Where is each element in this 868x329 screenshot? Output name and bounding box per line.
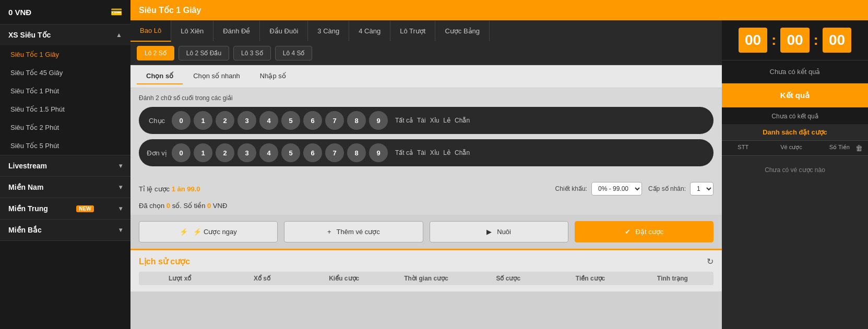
donvi-2[interactable]: 2 (216, 143, 234, 162)
dat-cuoc-button[interactable]: ✔ Đặt cược (575, 221, 714, 242)
sidebar-item-sieu-toc-1s[interactable]: Siêu Tốc 1 Giây (0, 45, 130, 64)
odds-info: Tỉ lệ cược 1 ăn 99.0 (139, 185, 200, 193)
tab-cuoc-bang[interactable]: Cược Bảng (435, 21, 490, 41)
chuc-2[interactable]: 2 (216, 111, 234, 130)
history-col-tgc: Thời gian cược (385, 275, 467, 282)
bet-list: Danh sách đặt cược STT Vé cược Số Tiền 🗑… (722, 124, 868, 329)
main-panel: Siêu Tốc 1 Giây Bao Lô Lô Xiên Đánh Đề Đ… (130, 0, 868, 329)
game-tabs: Bao Lô Lô Xiên Đánh Đề Đầu Đuôi 3 Càng 4… (130, 20, 722, 42)
tab-danh-de[interactable]: Đánh Đề (213, 21, 260, 41)
sidebar: 0 VNĐ 💳 XS Siêu Tốc ▲ Siêu Tốc 1 Giây Si… (0, 0, 130, 329)
chevron-down-icon2: ▾ (119, 184, 122, 191)
history-col-kieu-cuoc: Kiểu cược (303, 275, 385, 282)
donvi-9[interactable]: 9 (369, 143, 388, 162)
result-area: Chưa có kết quả (722, 60, 868, 83)
tab-4-cang[interactable]: 4 Càng (349, 21, 390, 41)
donvi-8[interactable]: 8 (347, 143, 366, 162)
modetab-nhap-so[interactable]: Nhập số (251, 68, 295, 84)
cap-so-nhan-label: Cấp số nhân: (648, 185, 686, 192)
mien-bac-section: Miền Bắc ▾ (0, 220, 130, 241)
mien-nam-label: Miền Nam (8, 183, 43, 191)
cap-so-nhan-select[interactable]: 1 (690, 182, 714, 196)
chuc-8[interactable]: 8 (347, 111, 366, 130)
chuc-chan[interactable]: Chẵn (455, 117, 470, 124)
history-section: Lịch sử cược ↻ Lượt xổ Xổ số Kiểu cược T… (130, 249, 722, 291)
them-ve-cuoc-button[interactable]: + Thêm vé cược (284, 221, 423, 242)
chuc-xiu[interactable]: Xỉu (430, 117, 439, 124)
check-icon: ✔ (625, 228, 631, 236)
colon-1: : (771, 32, 776, 48)
chuc-6[interactable]: 6 (303, 111, 322, 130)
sidebar-item-sieu-toc-1p[interactable]: Siêu Tốc 1 Phút (0, 82, 130, 100)
modetab-chon-so[interactable]: Chọn số (137, 68, 183, 84)
chuc-tai[interactable]: Tài (417, 117, 426, 124)
chevron-up-icon: ▲ (116, 31, 122, 39)
sidebar-item-sieu-toc-15p[interactable]: Siêu Tốc 1.5 Phút (0, 100, 130, 118)
history-col-so-cuoc: Số cược (467, 275, 549, 282)
topbar: Siêu Tốc 1 Giây (130, 0, 868, 20)
nuoi-button[interactable]: ▶ Nuôi (430, 221, 568, 242)
result-button[interactable]: Kết quả (722, 83, 868, 107)
chuc-4[interactable]: 4 (259, 111, 278, 130)
xs-sieu-toc-toggle[interactable]: XS Siêu Tốc ▲ (0, 25, 130, 45)
bet-list-header: Danh sách đặt cược (722, 124, 868, 141)
timer-minutes: 00 (780, 28, 809, 53)
lightning-icon: ⚡ (180, 228, 188, 236)
donvi-1[interactable]: 1 (194, 143, 212, 162)
subtab-lo3so[interactable]: Lô 3 Số (233, 46, 271, 60)
cuoc-ngay-button[interactable]: ⚡ ⚡ Cược ngay (139, 221, 278, 242)
modetab-chon-so-nhanh[interactable]: Chọn số nhanh (184, 68, 249, 84)
donvi-le[interactable]: Lẻ (443, 149, 450, 156)
subtabs-bar: Lô 2 Số Lô 2 Số Đầu Lô 3 Số Lô 4 Số (130, 42, 722, 65)
history-col-xo-so: Xổ số (221, 275, 303, 282)
tab-lo-truot[interactable]: Lô Trượt (390, 21, 435, 41)
chuc-3[interactable]: 3 (237, 111, 256, 130)
subtab-lo2so[interactable]: Lô 2 Số (137, 46, 174, 60)
donvi-quick-btns: Tất cả Tài Xỉu Lẻ Chẵn (395, 149, 470, 156)
chiet-khau-select[interactable]: 0% - 99.00 (591, 182, 642, 196)
refresh-icon[interactable]: ↻ (707, 257, 714, 266)
sidebar-item-sieu-toc-45s[interactable]: Siêu Tốc 45 Giây (0, 64, 130, 82)
chuc-5[interactable]: 5 (281, 111, 300, 130)
subtab-lo4so[interactable]: Lô 4 Số (275, 46, 313, 60)
chiet-khau-label: Chiết khấu: (555, 185, 587, 192)
modetabs-bar: Chọn số Chọn số nhanh Nhập số (130, 65, 722, 88)
sidebar-item-sieu-toc-5p[interactable]: Siêu Tốc 5 Phút (0, 137, 130, 155)
donvi-4[interactable]: 4 (259, 143, 278, 162)
tab-bao-lo[interactable]: Bao Lô (130, 20, 171, 42)
donvi-chan[interactable]: Chẵn (455, 149, 470, 156)
chuc-0[interactable]: 0 (172, 111, 191, 130)
donvi-7[interactable]: 7 (325, 143, 344, 162)
donvi-xiu[interactable]: Xỉu (430, 149, 439, 156)
mien-bac-toggle[interactable]: Miền Bắc ▾ (0, 220, 130, 240)
subtab-lo2so-dau[interactable]: Lô 2 Số Đầu (179, 46, 229, 60)
donvi-3[interactable]: 3 (237, 143, 256, 162)
donvi-tai[interactable]: Tài (417, 149, 426, 156)
mien-nam-toggle[interactable]: Miền Nam ▾ (0, 177, 130, 198)
sidebar-item-sieu-toc-2p[interactable]: Siêu Tốc 2 Phút (0, 118, 130, 137)
mien-trung-toggle[interactable]: Miền Trung NEW ▾ (0, 198, 130, 219)
livestream-section: Livestream ▾ (0, 155, 130, 177)
chuc-7[interactable]: 7 (325, 111, 344, 130)
donvi-6[interactable]: 6 (303, 143, 322, 162)
chuc-le[interactable]: Lẻ (443, 117, 450, 124)
mien-trung-section: Miền Trung NEW ▾ (0, 198, 130, 220)
livestream-toggle[interactable]: Livestream ▾ (0, 155, 130, 176)
history-table-header: Lượt xổ Xổ số Kiểu cược Thời gian cược S… (139, 272, 714, 285)
chuc-9[interactable]: 9 (369, 111, 388, 130)
trash-icon[interactable]: 🗑 (855, 144, 863, 152)
donvi-0[interactable]: 0 (172, 143, 191, 162)
tab-3-cang[interactable]: 3 Càng (308, 21, 349, 41)
donvi-tat-ca[interactable]: Tất cả (395, 149, 413, 156)
timer-box: 00 : 00 : 00 (722, 20, 868, 60)
chevron-down-icon4: ▾ (119, 226, 122, 234)
chuc-label: Chục (145, 117, 169, 125)
chiet-khau-row: Chiết khấu: 0% - 99.00 (555, 182, 642, 196)
chuc-row: Chục 0 1 2 3 4 5 6 7 8 9 Tất cả Tài (139, 107, 714, 134)
chuc-1[interactable]: 1 (194, 111, 212, 130)
tab-dau-duoi[interactable]: Đầu Đuôi (260, 21, 308, 41)
tab-lo-xien[interactable]: Lô Xiên (171, 21, 213, 41)
chuc-tat-ca[interactable]: Tất cả (395, 117, 413, 124)
history-header: Lịch sử cược ↻ (139, 257, 714, 266)
donvi-5[interactable]: 5 (281, 143, 300, 162)
